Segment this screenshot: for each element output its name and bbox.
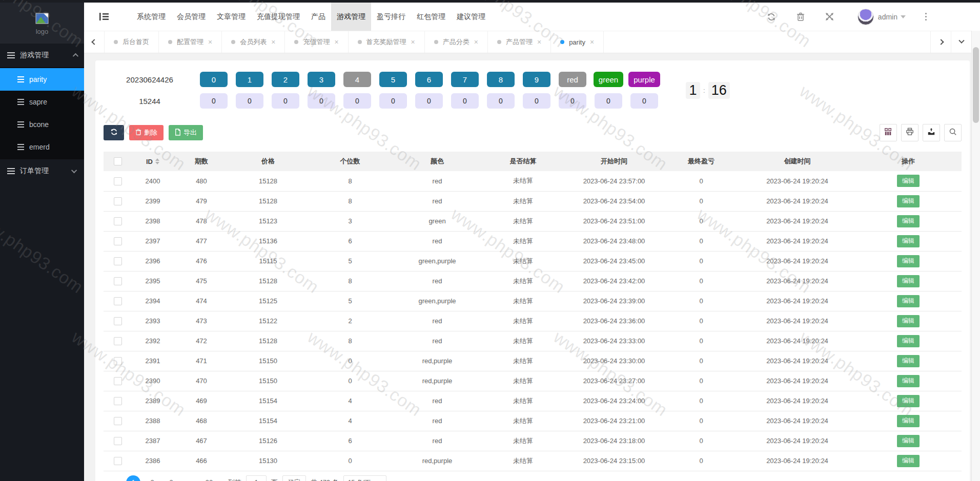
nav-item-7[interactable]: 红包管理 [411, 3, 451, 31]
nav-item-1[interactable]: 会员管理 [171, 3, 211, 31]
nav-item-6[interactable]: 盈亏排行 [371, 3, 411, 31]
nav-item-5[interactable]: 游戏管理 [331, 3, 371, 31]
row-checkbox[interactable] [114, 397, 122, 405]
page-button-1[interactable]: 1 [126, 475, 140, 481]
edit-button[interactable]: 编辑 [897, 375, 920, 387]
tab-0[interactable]: 后台首页 [105, 31, 159, 53]
row-checkbox[interactable] [114, 277, 122, 285]
row-checkbox[interactable] [114, 217, 122, 225]
edit-button[interactable]: 编辑 [897, 435, 920, 447]
delete-button[interactable]: 删除 [129, 125, 164, 140]
game-button-9[interactable]: 9 [523, 72, 550, 87]
refresh-icon[interactable] [767, 12, 776, 22]
row-checkbox[interactable] [114, 297, 122, 305]
tab-1[interactable]: 配置管理× [159, 31, 222, 53]
page-button-32[interactable]: 32 [202, 475, 216, 481]
game-button-6[interactable]: 6 [415, 72, 443, 87]
tab-5[interactable]: 产品分类× [425, 31, 488, 53]
game-button-purple[interactable]: purple [628, 72, 660, 87]
columns-toggle-button[interactable] [880, 124, 897, 141]
tab-7[interactable]: parity× [551, 31, 604, 53]
tabs-scroll-right-button[interactable] [930, 31, 951, 53]
close-icon[interactable]: × [208, 38, 212, 46]
game-button-0[interactable]: 0 [200, 72, 228, 87]
edit-button[interactable]: 编辑 [897, 415, 920, 427]
sidebar-item-bcone[interactable]: bcone [0, 113, 84, 136]
tab-2[interactable]: 会员列表× [222, 31, 285, 53]
game-button-7[interactable]: 7 [451, 72, 479, 87]
nav-item-2[interactable]: 文章管理 [211, 3, 251, 31]
row-checkbox[interactable] [114, 337, 122, 345]
fullscreen-icon[interactable] [825, 12, 834, 21]
page-button-2[interactable]: 2 [145, 475, 159, 481]
more-menu-icon[interactable] [925, 13, 927, 20]
prev-page-button[interactable]: ‹ [119, 478, 121, 481]
edit-button[interactable]: 编辑 [897, 275, 920, 287]
count-button-9[interactable]: 0 [523, 93, 550, 109]
edit-button[interactable]: 编辑 [897, 455, 920, 467]
nav-item-0[interactable]: 系统管理 [131, 3, 171, 31]
count-button-11[interactable]: 0 [595, 93, 622, 109]
game-button-4[interactable]: 4 [343, 72, 371, 87]
count-button-3[interactable]: 0 [308, 93, 335, 109]
edit-button[interactable]: 编辑 [897, 315, 920, 327]
edit-button[interactable]: 编辑 [897, 215, 920, 227]
edit-button[interactable]: 编辑 [897, 255, 920, 267]
tab-6[interactable]: 产品管理× [488, 31, 551, 53]
sidebar-item-parity[interactable]: parity [0, 68, 84, 91]
tabs-scroll-left-button[interactable] [84, 31, 105, 53]
count-button-5[interactable]: 0 [379, 93, 407, 109]
sidebar-item-sapre[interactable]: sapre [0, 91, 84, 113]
edit-button[interactable]: 编辑 [897, 335, 920, 347]
edit-button[interactable]: 编辑 [897, 235, 920, 247]
print-button[interactable] [901, 124, 918, 141]
nav-item-8[interactable]: 建议管理 [451, 3, 491, 31]
row-checkbox[interactable] [114, 417, 122, 425]
close-icon[interactable]: × [334, 38, 338, 46]
nav-item-3[interactable]: 充值提现管理 [251, 3, 305, 31]
game-button-3[interactable]: 3 [308, 72, 335, 87]
export-button[interactable]: 导出 [169, 125, 203, 140]
count-button-2[interactable]: 0 [272, 93, 299, 109]
export-data-button[interactable] [923, 124, 940, 141]
count-button-7[interactable]: 0 [451, 93, 479, 109]
sidebar-item-emerd[interactable]: emerd [0, 136, 84, 158]
edit-button[interactable]: 编辑 [897, 295, 920, 307]
count-button-6[interactable]: 0 [415, 93, 443, 109]
search-toggle-button[interactable] [944, 124, 962, 141]
trash-icon[interactable] [797, 12, 805, 22]
game-button-8[interactable]: 8 [487, 72, 515, 87]
tab-3[interactable]: 充值管理× [285, 31, 348, 53]
menu-group-1[interactable]: 订单管理 [0, 159, 84, 183]
next-page-button[interactable]: › [221, 478, 223, 481]
row-checkbox[interactable] [114, 237, 122, 245]
sort-icon[interactable] [155, 158, 159, 164]
game-button-green[interactable]: green [594, 72, 623, 87]
edit-button[interactable]: 编辑 [897, 395, 920, 407]
edit-button[interactable]: 编辑 [897, 195, 920, 207]
scrollbar-track[interactable] [971, 31, 980, 481]
row-checkbox[interactable] [114, 457, 122, 465]
refresh-table-button[interactable] [104, 125, 124, 140]
page-button-3[interactable]: 3 [164, 475, 178, 481]
count-button-4[interactable]: 0 [343, 93, 371, 109]
tab-4[interactable]: 首充奖励管理× [349, 31, 425, 53]
row-checkbox[interactable] [114, 177, 122, 185]
count-button-8[interactable]: 0 [487, 93, 515, 109]
scrollbar-thumb[interactable] [973, 47, 979, 123]
game-button-red[interactable]: red [559, 72, 586, 87]
tabs-menu-button[interactable] [951, 31, 971, 53]
count-button-10[interactable]: 0 [559, 93, 586, 109]
game-button-1[interactable]: 1 [236, 72, 263, 87]
per-page-select[interactable]: 15 条/页 [343, 475, 386, 481]
close-icon[interactable]: × [590, 38, 594, 46]
row-checkbox[interactable] [114, 377, 122, 385]
count-button-1[interactable]: 0 [236, 93, 263, 109]
close-icon[interactable]: × [474, 38, 478, 46]
avatar[interactable] [858, 9, 874, 25]
collapse-sidebar-icon[interactable] [99, 13, 109, 20]
close-icon[interactable]: × [271, 38, 275, 46]
count-button-0[interactable]: 0 [200, 93, 228, 109]
row-checkbox[interactable] [114, 257, 122, 265]
jump-page-input[interactable] [246, 475, 267, 481]
